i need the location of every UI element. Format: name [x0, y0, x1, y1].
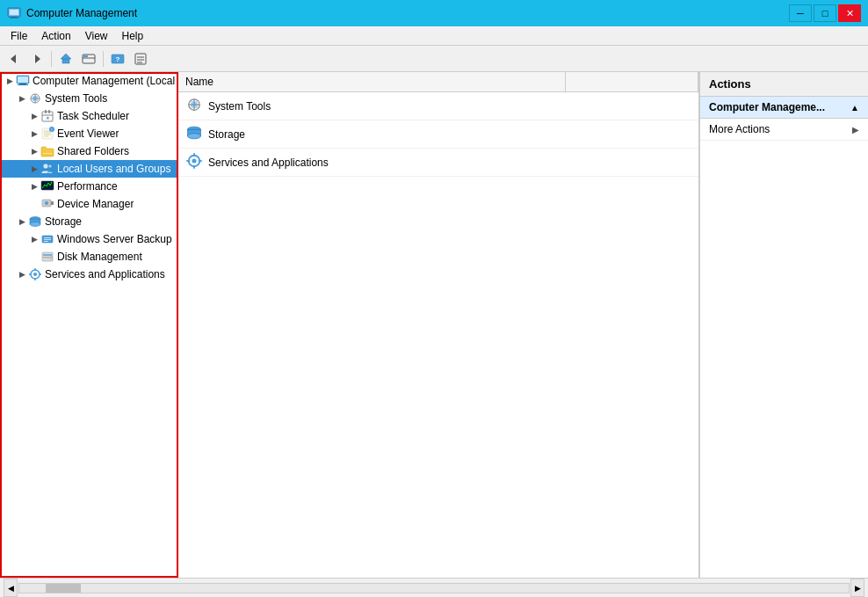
device-icon: [40, 197, 54, 211]
sidebar-item-disk-management[interactable]: Disk Management: [0, 248, 177, 266]
sidebar-item-performance[interactable]: Performance: [0, 178, 177, 195]
table-row[interactable]: Storage: [178, 120, 698, 149]
sidebar-item-label: Performance: [57, 180, 118, 193]
expand-arrow: [16, 268, 28, 280]
storage-icon: [28, 215, 42, 229]
sidebar-item-device-manager[interactable]: Device Manager: [0, 195, 177, 213]
scheduler-icon: ★: [40, 109, 54, 123]
title-bar: Computer Management ─ □ ✕: [0, 0, 868, 26]
sidebar-item-label: Windows Server Backup: [57, 233, 172, 245]
export-button[interactable]: [130, 49, 151, 69]
expand-arrow: [16, 215, 28, 228]
sidebar-item-label: Event Viewer: [57, 127, 119, 140]
table-cell-desc: [565, 120, 698, 149]
menu-action[interactable]: Action: [34, 28, 77, 44]
expand-arrow: [28, 127, 40, 140]
forward-button[interactable]: [26, 49, 47, 69]
expand-arrow: [28, 163, 40, 175]
title-bar-buttons: ─ □ ✕: [789, 4, 861, 22]
tools-icon: [28, 91, 42, 106]
toolbar-separator-1: [51, 51, 52, 67]
up-button[interactable]: [55, 49, 76, 69]
menu-help[interactable]: Help: [115, 28, 151, 44]
services-icon: [28, 267, 42, 281]
expand-arrow: [4, 75, 16, 87]
row-label-services: Services and Applications: [208, 157, 329, 169]
more-actions-item[interactable]: More Actions ▶: [700, 119, 868, 141]
svg-point-47: [30, 222, 40, 227]
title-bar-left: Computer Management: [7, 6, 137, 20]
sidebar-item-event-viewer[interactable]: ! Event Viewer: [0, 125, 177, 142]
scroll-right-button[interactable]: ▶: [850, 579, 864, 597]
expand-arrow: [28, 145, 40, 157]
table-cell-desc: [565, 92, 698, 120]
svg-rect-51: [44, 241, 48, 242]
sidebar-item-windows-server-backup[interactable]: Windows Server Backup: [0, 230, 177, 248]
performance-icon: [40, 179, 54, 193]
actions-collapse-icon: ▲: [850, 103, 859, 113]
svg-point-57: [33, 273, 37, 276]
sidebar-item-label: Computer Management (Local: [33, 75, 175, 87]
minimize-button[interactable]: ─: [789, 4, 812, 22]
table-cell-name: System Tools: [178, 92, 565, 120]
sidebar-item-services-applications[interactable]: Services and Applications: [0, 266, 177, 283]
svg-point-68: [188, 134, 201, 139]
actions-header: Actions: [700, 72, 868, 97]
svg-text:!: !: [51, 127, 52, 132]
sidebar-item-storage[interactable]: Storage: [0, 213, 177, 230]
event-icon: !: [40, 127, 54, 141]
svg-point-44: [45, 201, 48, 205]
svg-rect-49: [44, 237, 51, 238]
status-bar: ◀ ▶: [0, 578, 868, 597]
expand-arrow: [28, 233, 40, 245]
svg-point-40: [48, 164, 52, 168]
expand-arrow: [28, 180, 40, 193]
column-header-desc[interactable]: [565, 72, 698, 92]
row-label-storage: Storage: [208, 128, 245, 141]
sidebar-item-shared-folders[interactable]: Shared Folders: [0, 142, 177, 160]
column-header-name[interactable]: Name: [178, 72, 565, 92]
computer-icon: [16, 74, 30, 88]
table-cell-name: Storage: [178, 120, 565, 149]
sidebar-item-task-scheduler[interactable]: ★ Task Scheduler: [0, 107, 177, 125]
svg-rect-19: [18, 76, 28, 83]
horizontal-scrollbar[interactable]: [18, 583, 850, 593]
toolbar-separator-2: [103, 51, 104, 67]
row-icon-storage: [185, 124, 203, 144]
back-button[interactable]: [4, 49, 25, 69]
help-button[interactable]: ?: [107, 49, 128, 69]
actions-section-label: Computer Manageme...: [709, 101, 825, 113]
sidebar-item-label: Device Manager: [57, 198, 134, 210]
table-row[interactable]: Services and Applications: [178, 149, 698, 177]
maximize-button[interactable]: □: [814, 4, 836, 22]
svg-rect-29: [48, 110, 50, 113]
svg-rect-53: [43, 254, 52, 256]
export-icon: [134, 52, 148, 66]
svg-rect-65: [191, 101, 198, 108]
svg-rect-11: [83, 55, 88, 57]
expand-arrow: [16, 92, 28, 105]
table-cell-desc: [565, 149, 698, 177]
svg-rect-38: [43, 153, 52, 154]
sidebar-item-computer-management[interactable]: Computer Management (Local: [0, 72, 177, 90]
svg-rect-25: [33, 96, 38, 101]
users-icon: [40, 162, 54, 176]
sidebar-item-label: Shared Folders: [57, 145, 129, 157]
menu-file[interactable]: File: [4, 28, 34, 44]
forward-icon: [30, 52, 44, 66]
sidebar-item-label: Local Users and Groups: [57, 163, 170, 175]
sidebar-item-system-tools[interactable]: System Tools: [0, 90, 177, 107]
menu-view[interactable]: View: [78, 28, 115, 44]
svg-marker-6: [35, 55, 40, 63]
row-label-system-tools: System Tools: [208, 100, 271, 113]
showhide-button[interactable]: [78, 49, 99, 69]
scroll-left-button[interactable]: ◀: [4, 579, 18, 597]
table-row[interactable]: System Tools: [178, 92, 698, 120]
svg-rect-54: [43, 257, 49, 258]
sidebar-item-local-users[interactable]: Local Users and Groups: [0, 160, 177, 178]
sidebar-item-label: Disk Management: [57, 251, 142, 263]
svg-point-70: [192, 159, 197, 164]
actions-section-title[interactable]: Computer Manageme... ▲: [700, 97, 868, 119]
svg-rect-21: [18, 84, 28, 85]
close-button[interactable]: ✕: [838, 4, 861, 22]
